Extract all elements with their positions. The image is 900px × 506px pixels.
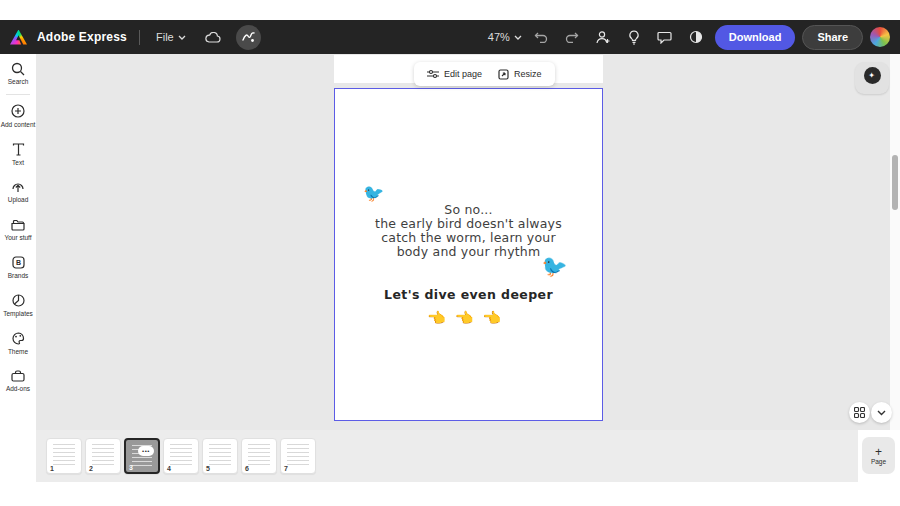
pointing-finger-emoji: 👈 <box>482 309 510 326</box>
adobe-express-logo-icon[interactable] <box>10 30 27 45</box>
redo-button[interactable] <box>560 25 584 49</box>
file-menu-label: File <box>156 31 174 43</box>
zoom-level: 47% <box>488 31 510 43</box>
plus-icon: + <box>875 447 882 457</box>
templates-icon <box>11 293 26 308</box>
page-number: 1 <box>50 465 54 472</box>
sidebar-item-label: Brands <box>8 272 29 280</box>
bird-emoji[interactable]: 🐦 <box>363 183 384 204</box>
sidebar-item-templates[interactable]: Templates <box>0 286 36 324</box>
sidebar-item-text[interactable]: Text <box>0 135 36 173</box>
chevron-down-icon <box>514 35 522 40</box>
cloud-icon <box>205 32 221 43</box>
sidebar-item-add-content[interactable]: Add content <box>0 97 36 135</box>
add-page-label: Page <box>871 458 886 465</box>
collapse-pages-button[interactable] <box>871 402 892 423</box>
page-thumbnail-3-selected[interactable]: ••• 3 <box>124 438 160 474</box>
resize-label: Resize <box>514 69 542 79</box>
grid-icon <box>854 407 865 418</box>
page-number: 5 <box>206 465 210 472</box>
edit-page-button[interactable]: Edit page <box>420 65 489 83</box>
top-app-bar: Adobe Express File 47% <box>0 20 900 54</box>
sidebar-item-label: Search <box>8 78 29 86</box>
divider <box>139 30 140 45</box>
vertical-scrollbar-track[interactable] <box>890 54 900 430</box>
search-icon <box>11 61 26 76</box>
sliders-icon <box>427 69 439 79</box>
edit-page-label: Edit page <box>444 69 482 79</box>
sidebar-item-add-ons[interactable]: Add-ons <box>0 361 36 399</box>
sidebar-item-search[interactable]: Search <box>0 54 36 92</box>
page-thumbnail-6[interactable]: 6 <box>241 438 277 474</box>
page-3-artboard[interactable]: 🐦 So no... the early bird doesn't always… <box>334 88 603 421</box>
comment-icon <box>657 31 672 44</box>
thumbnail-options-button[interactable]: ••• <box>138 446 154 456</box>
page-thumbnail-7[interactable]: 7 <box>280 438 316 474</box>
theme-icon <box>11 331 26 346</box>
page-number: 4 <box>167 465 171 472</box>
tips-button[interactable] <box>622 25 646 49</box>
invite-people-button[interactable] <box>591 25 615 49</box>
share-button[interactable]: Share <box>802 25 863 50</box>
sidebar-item-brands[interactable]: B Brands <box>0 248 36 286</box>
sidebar-item-label: Theme <box>8 348 28 356</box>
page-thumbnail-5[interactable]: 5 <box>202 438 238 474</box>
svg-text:B: B <box>15 259 20 266</box>
thumbnail-preview <box>170 444 192 468</box>
page-thumbnail-4[interactable]: 4 <box>163 438 199 474</box>
lightbulb-icon <box>628 30 640 45</box>
grid-view-button[interactable] <box>849 402 870 423</box>
pointing-finger-emoji: 👈 <box>455 309 483 326</box>
resize-button[interactable]: Resize <box>491 65 549 84</box>
assistant-panel-button[interactable]: ✦ <box>855 62 889 94</box>
zoom-control[interactable]: 47% <box>488 31 522 43</box>
vertical-scrollbar-thumb[interactable] <box>892 155 898 210</box>
undo-icon <box>534 31 548 43</box>
sidebar-item-theme[interactable]: Theme <box>0 324 36 362</box>
download-label: Download <box>729 31 782 43</box>
sidebar-item-label: Text <box>12 159 24 167</box>
share-label: Share <box>817 31 848 43</box>
assistant-icon: ✦ <box>864 67 881 84</box>
bird-emoji[interactable]: 🐦 <box>539 253 568 280</box>
chevron-down-icon <box>178 35 186 40</box>
text-line: the early bird doesn't always <box>335 217 602 231</box>
resize-icon <box>498 69 509 80</box>
thumbnail-preview <box>53 444 75 468</box>
user-avatar[interactable] <box>870 27 890 47</box>
pointing-finger-emoji: 👈 <box>427 309 455 326</box>
person-add-icon <box>595 30 611 44</box>
page-number: 3 <box>129 464 133 471</box>
undo-button[interactable] <box>529 25 553 49</box>
pointer-emoji-row[interactable]: 👈👈👈 <box>335 309 602 327</box>
page-number: 2 <box>89 465 93 472</box>
sidebar-item-label: Add-ons <box>6 385 30 393</box>
sidebar-item-label: Your stuff <box>4 234 31 242</box>
page-context-toolbar: Edit page Resize <box>414 62 555 86</box>
main-text-block[interactable]: So no... the early bird doesn't always c… <box>335 203 602 259</box>
sidebar-item-upload[interactable]: Upload <box>0 172 36 210</box>
download-button[interactable]: Download <box>715 25 796 50</box>
text-line: So no... <box>335 203 602 217</box>
add-ons-icon <box>11 368 26 383</box>
add-content-icon <box>11 104 26 119</box>
pages-strip: 1 2 ••• 3 4 5 6 7 <box>36 430 858 482</box>
clock-icon <box>689 30 703 44</box>
subtitle-text[interactable]: Let's dive even deeper <box>335 287 602 302</box>
sidebar-item-label: Upload <box>8 196 29 204</box>
comments-button[interactable] <box>653 25 677 49</box>
left-sidebar: Search Add content Text Upload Your stuf… <box>0 54 36 482</box>
page-thumbnail-1[interactable]: 1 <box>46 438 82 474</box>
firefly-button[interactable] <box>236 25 261 50</box>
schedule-button[interactable] <box>684 25 708 49</box>
cloud-sync-button[interactable] <box>200 24 226 50</box>
page-number: 7 <box>284 465 288 472</box>
your-stuff-icon <box>11 217 26 232</box>
sidebar-item-your-stuff[interactable]: Your stuff <box>0 210 36 248</box>
text-line: catch the worm, learn your <box>335 231 602 245</box>
page-thumbnail-2[interactable]: 2 <box>85 438 121 474</box>
add-page-button[interactable]: + Page <box>862 437 895 474</box>
sidebar-item-label: Templates <box>3 310 33 318</box>
thumbnail-preview <box>287 444 309 468</box>
file-menu[interactable]: File <box>152 27 190 47</box>
